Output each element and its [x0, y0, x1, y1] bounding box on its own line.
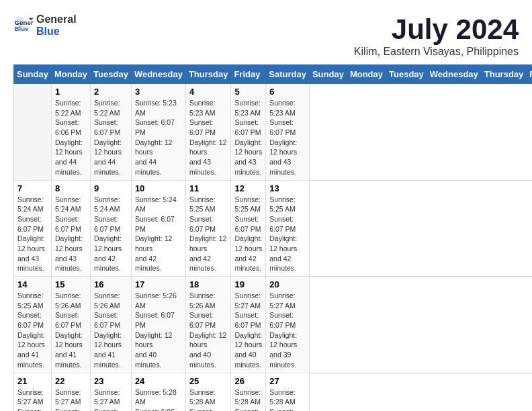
header-day-wednesday: Wednesday — [427, 65, 481, 84]
calendar-day-cell: 1Sunrise: 5:22 AMSunset: 6:06 PMDaylight… — [51, 84, 90, 181]
calendar-day-cell: 12Sunrise: 5:25 AMSunset: 6:07 PMDayligh… — [231, 180, 266, 277]
day-number: 16 — [94, 279, 128, 289]
logo-icon: General Blue — [13, 15, 34, 36]
calendar-day-cell: 25Sunrise: 5:28 AMSunset: 6:06 PMDayligh… — [185, 373, 231, 411]
day-number: 19 — [234, 279, 262, 289]
day-info: Sunrise: 5:27 AMSunset: 6:06 PMDaylight:… — [55, 387, 87, 412]
day-number: 27 — [269, 376, 306, 386]
day-info: Sunrise: 5:22 AMSunset: 6:07 PMDaylight:… — [94, 98, 128, 177]
calendar-day-cell: 16Sunrise: 5:26 AMSunset: 6:07 PMDayligh… — [91, 277, 132, 373]
calendar-day-cell: 20Sunrise: 5:27 AMSunset: 6:07 PMDayligh… — [266, 277, 310, 373]
calendar-day-cell — [14, 84, 52, 181]
day-number: 11 — [189, 183, 228, 193]
calendar-header-sunday: Sunday — [14, 65, 52, 84]
logo-general-text: General — [36, 13, 77, 26]
calendar-day-cell: 23Sunrise: 5:27 AMSunset: 6:06 PMDayligh… — [91, 373, 132, 411]
header-day-sunday: Sunday — [309, 65, 347, 84]
calendar-week-row: 1Sunrise: 5:22 AMSunset: 6:06 PMDaylight… — [14, 84, 533, 181]
day-info: Sunrise: 5:27 AMSunset: 6:06 PMDaylight:… — [94, 387, 128, 412]
svg-text:Blue: Blue — [15, 24, 30, 32]
calendar-day-cell: 14Sunrise: 5:25 AMSunset: 6:07 PMDayligh… — [14, 277, 52, 373]
day-number: 2 — [94, 87, 128, 97]
day-info: Sunrise: 5:25 AMSunset: 6:07 PMDaylight:… — [269, 195, 306, 274]
calendar-week-row: 21Sunrise: 5:27 AMSunset: 6:07 PMDayligh… — [14, 373, 533, 411]
calendar-day-cell: 21Sunrise: 5:27 AMSunset: 6:07 PMDayligh… — [14, 373, 52, 411]
day-info: Sunrise: 5:26 AMSunset: 6:07 PMDaylight:… — [135, 291, 182, 370]
calendar-day-cell: 5Sunrise: 5:23 AMSunset: 6:07 PMDaylight… — [231, 84, 266, 181]
day-info: Sunrise: 5:25 AMSunset: 6:07 PMDaylight:… — [17, 291, 48, 370]
day-info: Sunrise: 5:27 AMSunset: 6:07 PMDaylight:… — [234, 291, 262, 370]
day-info: Sunrise: 5:24 AMSunset: 6:07 PMDaylight:… — [135, 195, 182, 274]
location-subtitle: Kilim, Eastern Visayas, Philippines — [354, 46, 519, 58]
day-info: Sunrise: 5:28 AMSunset: 6:06 PMDaylight:… — [269, 387, 306, 412]
page-header: General Blue General Blue July 2024 Kili… — [13, 13, 519, 58]
day-number: 18 — [189, 279, 228, 289]
calendar-day-cell: 17Sunrise: 5:26 AMSunset: 6:07 PMDayligh… — [131, 277, 185, 373]
day-number: 12 — [234, 183, 262, 193]
calendar-day-cell: 2Sunrise: 5:22 AMSunset: 6:07 PMDaylight… — [91, 84, 132, 181]
day-number: 20 — [269, 279, 306, 289]
calendar-header-friday: Friday — [231, 65, 266, 84]
calendar-day-cell: 9Sunrise: 5:24 AMSunset: 6:07 PMDaylight… — [91, 180, 132, 277]
calendar-day-cell: 6Sunrise: 5:23 AMSunset: 6:07 PMDaylight… — [266, 84, 310, 181]
day-number: 21 — [17, 376, 48, 386]
calendar-day-cell: 19Sunrise: 5:27 AMSunset: 6:07 PMDayligh… — [231, 277, 266, 373]
day-number: 23 — [94, 376, 128, 386]
calendar-day-cell: 11Sunrise: 5:25 AMSunset: 6:07 PMDayligh… — [185, 180, 231, 277]
day-info: Sunrise: 5:24 AMSunset: 6:07 PMDaylight:… — [55, 195, 87, 274]
logo-blue-text: Blue — [36, 26, 77, 38]
calendar-header-thursday: Thursday — [185, 65, 231, 84]
header-day-monday: Monday — [347, 65, 386, 84]
day-info: Sunrise: 5:23 AMSunset: 6:07 PMDaylight:… — [234, 98, 262, 177]
day-number: 14 — [17, 279, 48, 289]
calendar-day-cell: 8Sunrise: 5:24 AMSunset: 6:07 PMDaylight… — [51, 180, 90, 277]
day-number: 3 — [135, 87, 182, 97]
day-number: 1 — [55, 87, 87, 97]
header-day-thursday: Thursday — [481, 65, 527, 84]
calendar-day-cell: 18Sunrise: 5:26 AMSunset: 6:07 PMDayligh… — [185, 277, 231, 373]
day-number: 7 — [17, 183, 48, 193]
calendar-week-row: 7Sunrise: 5:24 AMSunset: 6:07 PMDaylight… — [14, 180, 533, 277]
month-year-title: July 2024 — [354, 13, 519, 46]
day-info: Sunrise: 5:23 AMSunset: 6:07 PMDaylight:… — [269, 98, 306, 177]
day-number: 4 — [189, 87, 228, 97]
calendar-table: SundayMondayTuesdayWednesdayThursdayFrid… — [13, 64, 532, 411]
day-info: Sunrise: 5:25 AMSunset: 6:07 PMDaylight:… — [234, 195, 262, 274]
day-number: 26 — [234, 376, 262, 386]
day-number: 9 — [94, 183, 128, 193]
calendar-day-cell: 27Sunrise: 5:28 AMSunset: 6:06 PMDayligh… — [266, 373, 310, 411]
day-number: 24 — [135, 376, 182, 386]
day-info: Sunrise: 5:28 AMSunset: 6:06 PMDaylight:… — [135, 387, 182, 412]
calendar-day-cell: 7Sunrise: 5:24 AMSunset: 6:07 PMDaylight… — [14, 180, 52, 277]
day-info: Sunrise: 5:23 AMSunset: 6:07 PMDaylight:… — [189, 98, 228, 177]
calendar-day-cell: 10Sunrise: 5:24 AMSunset: 6:07 PMDayligh… — [131, 180, 185, 277]
day-number: 17 — [135, 279, 182, 289]
calendar-header-saturday: Saturday — [266, 65, 310, 84]
day-number: 8 — [55, 183, 87, 193]
day-number: 10 — [135, 183, 182, 193]
day-info: Sunrise: 5:28 AMSunset: 6:06 PMDaylight:… — [189, 387, 228, 412]
day-info: Sunrise: 5:22 AMSunset: 6:06 PMDaylight:… — [55, 98, 87, 177]
calendar-day-cell: 22Sunrise: 5:27 AMSunset: 6:06 PMDayligh… — [51, 373, 90, 411]
day-info: Sunrise: 5:26 AMSunset: 6:07 PMDaylight:… — [55, 291, 87, 370]
calendar-week-row: 14Sunrise: 5:25 AMSunset: 6:07 PMDayligh… — [14, 277, 533, 373]
calendar-header-tuesday: Tuesday — [91, 65, 132, 84]
day-number: 6 — [269, 87, 306, 97]
day-info: Sunrise: 5:27 AMSunset: 6:07 PMDaylight:… — [17, 387, 48, 412]
day-number: 13 — [269, 183, 306, 193]
day-number: 5 — [234, 87, 262, 97]
day-info: Sunrise: 5:25 AMSunset: 6:07 PMDaylight:… — [189, 195, 228, 274]
calendar-header-row: SundayMondayTuesdayWednesdayThursdayFrid… — [14, 65, 533, 84]
header-day-friday: Friday — [527, 65, 532, 84]
day-info: Sunrise: 5:24 AMSunset: 6:07 PMDaylight:… — [17, 195, 48, 274]
calendar-day-cell: 13Sunrise: 5:25 AMSunset: 6:07 PMDayligh… — [266, 180, 310, 277]
day-info: Sunrise: 5:26 AMSunset: 6:07 PMDaylight:… — [189, 291, 228, 370]
title-section: July 2024 Kilim, Eastern Visayas, Philip… — [354, 13, 519, 58]
calendar-day-cell: 4Sunrise: 5:23 AMSunset: 6:07 PMDaylight… — [185, 84, 231, 181]
calendar-day-cell: 26Sunrise: 5:28 AMSunset: 6:06 PMDayligh… — [231, 373, 266, 411]
header-day-tuesday: Tuesday — [386, 65, 427, 84]
calendar-header-wednesday: Wednesday — [131, 65, 185, 84]
day-info: Sunrise: 5:24 AMSunset: 6:07 PMDaylight:… — [94, 195, 128, 274]
day-info: Sunrise: 5:27 AMSunset: 6:07 PMDaylight:… — [269, 291, 306, 370]
calendar-day-cell: 24Sunrise: 5:28 AMSunset: 6:06 PMDayligh… — [131, 373, 185, 411]
